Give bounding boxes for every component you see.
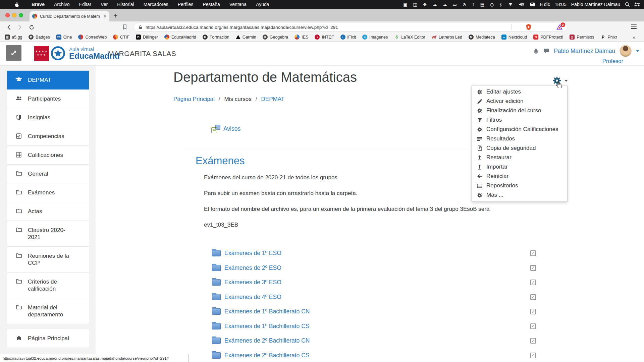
folder-link-examenes-de-1-bachillerato-cn[interactable]: Exámenes de 1º Bachillerato CN [224, 308, 310, 315]
bluetooth-icon[interactable]: ᛒ [499, 2, 502, 7]
completion-checkbox[interactable] [530, 309, 536, 314]
fullscreen-toggle-button[interactable] [6, 45, 21, 61]
sidebar-item-pagina-principal[interactable]: Página Principal [7, 329, 89, 348]
bookmark-formacion[interactable]: FFormación [203, 35, 229, 40]
bookmarks-overflow-icon[interactable]: » [633, 34, 635, 40]
dropbox-icon[interactable]: ❖ [423, 2, 427, 7]
menu-ver[interactable]: Ver [101, 2, 108, 7]
bookmark-correoweb[interactable]: CorreoWeb [78, 35, 107, 40]
window-minimize-button[interactable] [12, 13, 16, 17]
menu-item-reiniciar[interactable]: Reiniciar [472, 172, 567, 181]
cloud-sync-icon[interactable]: ☁ [442, 2, 447, 7]
camera-icon[interactable]: ▣ [403, 2, 407, 7]
sidebar-item-depmat[interactable]: DEPMAT [7, 71, 89, 89]
bookmark-badges[interactable]: BBadges [29, 35, 50, 40]
forum-link[interactable]: Avisos [223, 125, 240, 132]
completion-checkbox[interactable] [530, 250, 536, 256]
completion-checkbox[interactable] [530, 265, 536, 271]
breadcrumb-pagina-principal[interactable]: Página Principal [173, 96, 215, 103]
brave-shield-icon[interactable] [526, 24, 532, 31]
bookmark-ifixit[interactable]: iiFixit [340, 35, 356, 40]
menu-item-resultados[interactable]: Resultados [472, 134, 567, 143]
menu-editar[interactable]: Editar [79, 2, 92, 7]
folder-link-examenes-de-1-bachillerato-cs[interactable]: Exámenes de 1º Bachillerato CS [224, 323, 309, 330]
do-not-disturb-icon[interactable]: ⊘ [463, 2, 466, 7]
forward-button[interactable] [18, 24, 21, 30]
educamadrid-logo[interactable]: ✶✶✶✶✶✶✶ Aula virtual EducaMadrid [34, 46, 120, 61]
sidebar-item-calificaciones[interactable]: Calificaciones [7, 146, 89, 165]
screen-mirroring-icon[interactable]: ◫ [413, 2, 417, 7]
control-center-icon[interactable] [634, 2, 640, 6]
bookmark-cine[interactable]: 20Cine [56, 35, 72, 40]
back-button[interactable] [7, 24, 11, 30]
menu-archivo[interactable]: Archivo [54, 2, 70, 7]
text-tool-icon[interactable]: T [472, 2, 475, 7]
bookmark-latex-editor[interactable]: δLaTeX Editor [394, 35, 425, 40]
menubar-clock[interactable]: 18:05 [555, 2, 567, 7]
menu-marcadores[interactable]: Marcadores [144, 2, 168, 7]
user-menu-caret-icon[interactable] [636, 50, 639, 52]
bookmark-imagenes[interactable]: ✶Imagenes [362, 35, 388, 40]
menu-item-mas[interactable]: Más ... [472, 190, 567, 200]
bookmark-dillinger[interactable]: DDillinger [136, 35, 158, 40]
menu-brave[interactable]: Brave [32, 2, 45, 7]
menu-item-finalizacion-del-curso[interactable]: Finalización del curso [472, 106, 567, 115]
menu-pestana[interactable]: Pestaña [203, 2, 220, 7]
folder-link-examenes-de-3-eso[interactable]: Exámenes de 3º ESO [224, 279, 281, 286]
new-tab-button[interactable]: + [113, 12, 117, 20]
folder-link-examenes-de-2-eso[interactable]: Exámenes de 2º ESO [224, 264, 281, 272]
menu-item-configuracion-calificaciones[interactable]: Configuración Calificaciones [472, 125, 567, 134]
brave-rewards-icon[interactable]: 2 [556, 24, 562, 30]
bookmark-intef[interactable]: iINTEF [315, 35, 334, 40]
completion-checkbox[interactable] [530, 353, 536, 358]
sidebar-item-criterios-de-calificacion[interactable]: Criterios de calificación [7, 273, 89, 298]
breadcrumb-depmat[interactable]: DEPMAT [261, 96, 285, 103]
clipboard-icon[interactable]: ▤ [480, 2, 484, 7]
window-zoom-button[interactable] [19, 13, 23, 17]
bookmark-nextcloud[interactable]: ∞Nextcloud [501, 35, 527, 40]
wifi-icon[interactable] [508, 2, 513, 6]
messages-chat-icon[interactable] [543, 48, 549, 54]
apple-menu-icon[interactable] [14, 2, 19, 7]
folder-link-examenes-de-4-eso[interactable]: Exámenes de 4º ESO [224, 294, 281, 301]
time-machine-icon[interactable]: ◷ [490, 2, 494, 7]
sidebar-item-participantes[interactable]: Participantes [7, 89, 89, 108]
menu-item-editar-ajustes[interactable]: Editar ajustes [472, 87, 567, 97]
cloud-icon[interactable]: ☁ [432, 2, 437, 7]
bookmark-geogebra[interactable]: GGeogebra [263, 35, 288, 40]
spotlight-search-icon[interactable] [625, 2, 630, 7]
folder-link-examenes-de-1-eso[interactable]: Exámenes de 1º ESO [224, 250, 281, 257]
sidebar-item-general[interactable]: General [7, 165, 89, 183]
bookmark-letreros-led[interactable]: wfLetreros Led [432, 35, 462, 40]
completion-checkbox[interactable] [530, 323, 536, 329]
tab-close-icon[interactable]: ✕ [103, 14, 107, 19]
sidebar-item-reuniones-de-la-ccp[interactable]: Reuniones de la CCP [7, 247, 89, 273]
browser-tab-active[interactable]: Curso: Departamento de Matem ✕ [30, 11, 109, 21]
menu-ayuda[interactable]: Ayuda [256, 2, 269, 7]
menu-ventana[interactable]: Ventana [229, 2, 247, 7]
bookmark-a5-gg[interactable]: ▦a5.gg [5, 35, 22, 40]
menu-item-restaurar[interactable]: Restaurar [472, 153, 567, 162]
keyboard-input-icon[interactable] [530, 2, 535, 6]
sidebar-item-claustro-2020-2021[interactable]: Claustro 2020-2021 [7, 221, 89, 247]
menu-item-filtros[interactable]: Filtros [472, 115, 567, 125]
bookmark-educamadrid[interactable]: EducaMadrid [164, 35, 196, 40]
menu-item-importar[interactable]: Importar [472, 162, 567, 172]
bookmark-pdfprotect[interactable]: SPDFProtect! [533, 35, 563, 40]
sidebar-item-competencias[interactable]: Competencias [7, 127, 89, 146]
completion-checkbox[interactable] [530, 338, 536, 344]
sidebar-item-material-del-departamento[interactable]: Material del departamento [7, 298, 89, 324]
menubar-user-menu[interactable]: Pablo Martínez Dalmau [571, 2, 620, 7]
reload-button[interactable] [29, 24, 35, 30]
folder-link-examenes-de-2-bachillerato-cn[interactable]: Exámenes de 2º Bachillerato CN [224, 337, 310, 344]
browser-menu-icon[interactable] [631, 24, 637, 29]
volume-icon[interactable] [519, 2, 524, 6]
menu-item-repositorios[interactable]: Repositorios [472, 181, 567, 190]
bookmark-phixr[interactable]: PPhixr [600, 35, 617, 40]
user-name-link[interactable]: Pablo Martínez Dalmau [554, 48, 615, 55]
sidebar-item-insignias[interactable]: Insignias [7, 108, 89, 127]
completion-checkbox[interactable] [530, 280, 536, 285]
menu-historial[interactable]: Historial [117, 2, 134, 7]
address-bar[interactable]: https://aulavirtual32.educa.madrid.org/i… [133, 23, 568, 32]
menu-item-activar-edicion[interactable]: Activar edición [472, 97, 567, 106]
